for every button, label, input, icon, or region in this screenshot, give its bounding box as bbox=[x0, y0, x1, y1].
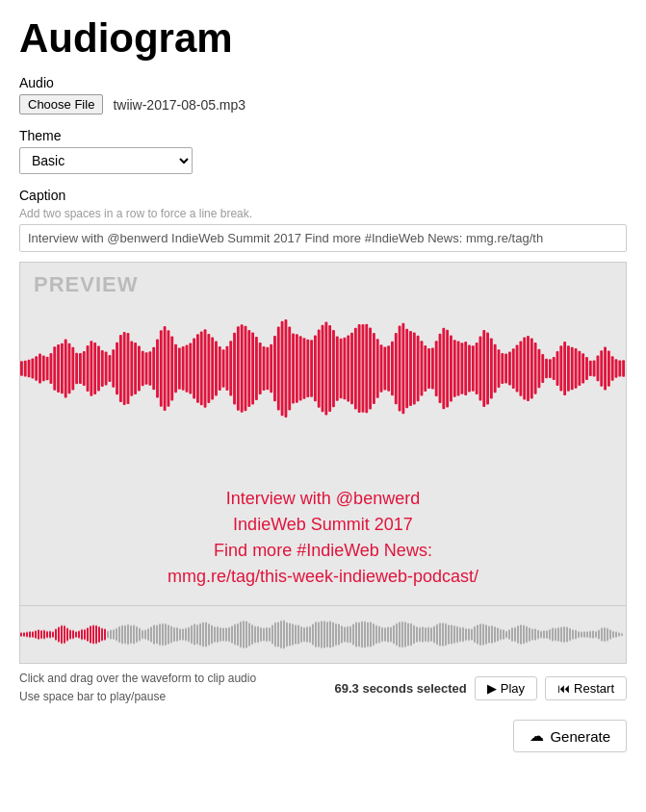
play-button[interactable]: ▶ Play bbox=[475, 676, 537, 700]
preview-label: PREVIEW bbox=[34, 272, 138, 297]
mini-waveform-canvas[interactable] bbox=[20, 606, 626, 663]
svg-rect-28 bbox=[119, 335, 122, 402]
svg-rect-124 bbox=[472, 345, 475, 392]
svg-rect-57 bbox=[225, 346, 228, 391]
svg-rect-159 bbox=[600, 350, 603, 387]
svg-rect-150 bbox=[567, 345, 570, 392]
seconds-value: 69.3 bbox=[334, 681, 358, 696]
svg-rect-69 bbox=[270, 344, 272, 393]
svg-rect-21 bbox=[93, 343, 96, 394]
svg-rect-16 bbox=[75, 353, 78, 385]
svg-rect-3 bbox=[28, 360, 31, 377]
svg-rect-141 bbox=[534, 343, 537, 394]
svg-rect-7 bbox=[42, 356, 45, 382]
restart-icon: ⏮ bbox=[557, 681, 570, 696]
svg-rect-68 bbox=[266, 347, 269, 390]
svg-rect-147 bbox=[556, 351, 559, 386]
svg-rect-117 bbox=[446, 330, 449, 408]
svg-rect-27 bbox=[116, 343, 118, 394]
svg-rect-104 bbox=[399, 326, 401, 412]
svg-rect-6 bbox=[39, 354, 41, 384]
generate-label: Generate bbox=[550, 728, 610, 745]
svg-rect-35 bbox=[145, 352, 148, 385]
svg-rect-113 bbox=[431, 348, 434, 390]
svg-rect-82 bbox=[318, 329, 321, 407]
svg-rect-5 bbox=[35, 356, 38, 381]
svg-rect-46 bbox=[186, 344, 189, 392]
svg-rect-49 bbox=[196, 334, 199, 403]
svg-rect-153 bbox=[578, 351, 581, 386]
svg-rect-50 bbox=[200, 332, 203, 406]
restart-label: Restart bbox=[574, 681, 614, 696]
svg-rect-132 bbox=[501, 353, 504, 384]
svg-rect-61 bbox=[241, 324, 244, 413]
svg-rect-12 bbox=[61, 343, 64, 394]
svg-rect-75 bbox=[292, 334, 295, 404]
preview-container: PREVIEW Interview with @benwerd IndieWeb… bbox=[19, 262, 627, 664]
restart-button[interactable]: ⏮ Restart bbox=[545, 676, 627, 700]
play-label: Play bbox=[501, 681, 525, 696]
svg-rect-121 bbox=[460, 343, 463, 393]
svg-rect-18 bbox=[83, 351, 86, 386]
svg-rect-63 bbox=[247, 330, 250, 407]
svg-rect-4 bbox=[31, 359, 34, 379]
svg-rect-145 bbox=[549, 359, 552, 378]
svg-rect-83 bbox=[322, 325, 324, 412]
svg-rect-80 bbox=[310, 340, 313, 397]
caption-line-3: Find more #IndieWeb News: bbox=[39, 538, 607, 564]
svg-rect-101 bbox=[387, 345, 390, 392]
caption-hint: Add two spaces in a row to force a line … bbox=[19, 207, 627, 220]
caption-input[interactable]: Interview with @benwerd IndieWeb Summit … bbox=[19, 224, 627, 252]
svg-rect-146 bbox=[553, 357, 556, 380]
svg-rect-78 bbox=[303, 338, 306, 399]
svg-rect-139 bbox=[527, 336, 530, 401]
svg-rect-84 bbox=[324, 321, 327, 415]
svg-rect-123 bbox=[468, 345, 471, 393]
svg-rect-102 bbox=[391, 342, 394, 396]
svg-rect-90 bbox=[347, 335, 349, 401]
svg-rect-100 bbox=[383, 347, 386, 391]
svg-rect-164 bbox=[618, 361, 621, 377]
theme-select[interactable]: Basic Dark Light Neon bbox=[19, 147, 193, 174]
audio-label: Audio bbox=[19, 75, 627, 90]
svg-rect-99 bbox=[380, 344, 383, 393]
svg-rect-116 bbox=[442, 328, 445, 409]
generate-icon: ☁ bbox=[530, 727, 544, 745]
svg-rect-163 bbox=[615, 359, 618, 377]
seconds-label: seconds selected bbox=[362, 681, 466, 696]
svg-rect-11 bbox=[57, 344, 60, 393]
svg-rect-64 bbox=[251, 333, 254, 405]
svg-rect-39 bbox=[160, 330, 163, 407]
svg-rect-13 bbox=[65, 340, 67, 398]
svg-rect-152 bbox=[575, 348, 578, 389]
svg-rect-87 bbox=[336, 336, 339, 400]
svg-rect-106 bbox=[405, 329, 408, 409]
choose-file-button[interactable]: Choose File bbox=[19, 94, 103, 114]
svg-rect-105 bbox=[401, 323, 404, 415]
controls-right: 69.3 seconds selected ▶ Play ⏮ Restart bbox=[334, 676, 627, 700]
svg-rect-58 bbox=[229, 341, 232, 395]
caption-overlay: Interview with @benwerd IndieWeb Summit … bbox=[20, 474, 626, 605]
svg-rect-26 bbox=[112, 349, 115, 388]
svg-rect-36 bbox=[148, 351, 151, 386]
svg-rect-44 bbox=[178, 347, 181, 389]
svg-rect-38 bbox=[156, 339, 159, 397]
svg-rect-42 bbox=[170, 337, 173, 401]
svg-rect-73 bbox=[284, 319, 287, 418]
svg-rect-103 bbox=[395, 333, 398, 404]
generate-button[interactable]: ☁ Generate bbox=[513, 720, 627, 752]
svg-rect-74 bbox=[288, 327, 291, 411]
mini-waveform-container[interactable] bbox=[20, 605, 626, 663]
svg-rect-32 bbox=[134, 343, 137, 394]
svg-rect-110 bbox=[421, 341, 424, 395]
svg-rect-15 bbox=[71, 347, 74, 391]
svg-rect-126 bbox=[479, 337, 482, 401]
svg-rect-158 bbox=[597, 356, 600, 382]
svg-rect-92 bbox=[354, 328, 357, 410]
svg-rect-20 bbox=[90, 341, 92, 395]
svg-rect-56 bbox=[222, 349, 225, 388]
svg-rect-138 bbox=[523, 338, 526, 400]
svg-rect-77 bbox=[299, 336, 302, 400]
svg-rect-45 bbox=[182, 346, 185, 391]
svg-rect-165 bbox=[622, 360, 625, 376]
